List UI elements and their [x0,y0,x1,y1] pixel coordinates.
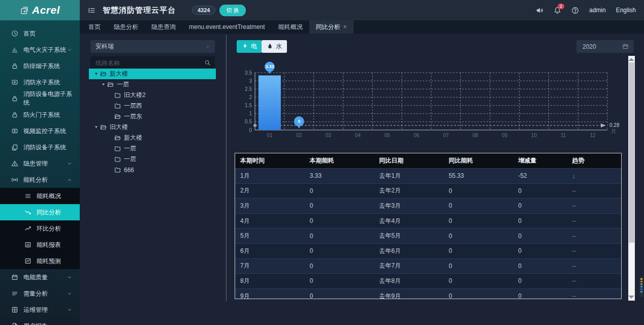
sidebar-subitem-0[interactable]: 能耗概况 [0,188,80,204]
sidebar-subitem-2[interactable]: 环比分析 [0,220,80,237]
sidebar-item-label: 运维管理 [23,306,48,314]
sidebar-submenu: 能耗概况同比分析环比分析能耗报表能耗预测 [0,188,80,269]
sidebar-item-0[interactable]: 首页 [0,25,80,42]
x-tick-label: 06 [414,133,420,138]
tab-1[interactable]: 隐患分析 [107,20,145,34]
sidebar-item-9[interactable]: 能耗分析 [0,172,80,188]
sidebar-item-label: 首页 [23,29,36,38]
column-header-3: 同比能耗 [443,156,513,165]
tab-5[interactable]: 同比分析× [309,20,353,34]
search-input[interactable] [90,59,204,67]
tree-node-3[interactable]: 一层西 [89,101,216,111]
tree-node-label: 一层 [124,155,136,164]
year-picker[interactable]: 2020 [576,40,634,53]
sidebar-item-4[interactable]: 消防设备电源子系统 [0,90,80,107]
sidebar-item-11[interactable]: 需量分析 [0,285,80,302]
sidebar-item-12[interactable]: 运维管理 [0,302,80,318]
scrollbar[interactable] [628,56,635,301]
sidebar-item-label: 防火门子系统 [23,111,60,119]
tree-node-1[interactable]: 一层 [89,79,216,90]
balloon-value: 3.33 [266,64,274,69]
folder-icon [114,103,121,109]
search-icon[interactable] [204,59,215,66]
tab-label: menu.event.eventTreatment [189,23,265,30]
tree-node-6[interactable]: 新大楼 [89,133,216,143]
tab-0[interactable]: 首页 [82,20,107,34]
caret-down-icon[interactable] [93,124,99,130]
tab-label: 隐患查询 [151,23,176,31]
marker-dot [640,283,642,285]
sidebar-item-1[interactable]: 电气火灾子系统 [0,42,80,58]
speaker-icon[interactable] [536,7,543,14]
table-cell: 0 [513,217,567,224]
water-toggle-button[interactable]: 水 [262,40,287,53]
tree-node-2[interactable]: 旧大楼2 [89,90,216,101]
caret-down-icon[interactable] [100,82,106,87]
tree-node-label: 旧大楼 [110,123,128,132]
trend-down-icon [24,209,31,216]
close-icon[interactable]: × [343,23,347,30]
scrollbar-thumb[interactable] [629,62,634,243]
tree-node-9[interactable]: 666 [89,165,216,175]
tree-node-4[interactable]: 一层东 [89,111,216,122]
table-cell: 0 [305,292,374,299]
trend-cell: -- [567,217,621,224]
sidebar-item-label: 能耗分析 [23,176,48,184]
trend-cell: -- [567,202,621,209]
table-cell: 去年3月 [374,202,444,210]
sidebar-item-13[interactable]: 用户报告 [0,318,80,325]
sidebar-subitem-label: 能耗预测 [37,257,61,266]
table-cell: 1月 [235,172,305,180]
warning-icon [11,160,18,167]
table-cell: 0 [513,247,567,254]
station-select[interactable]: 安科瑞 [90,40,215,53]
language-switcher[interactable]: English [616,7,636,14]
username[interactable]: admin [589,7,606,14]
table-cell: 去年9月 [374,292,444,299]
list-icon [24,192,31,200]
trend-cell: -- [567,263,621,270]
help-icon[interactable] [571,7,579,14]
sidebar-item-8[interactable]: 隐患管理 [0,155,80,172]
sidebar-item-7[interactable]: 消防设备子系统 [0,139,80,155]
scrollbar-down-arrow[interactable] [628,296,634,299]
tab-3[interactable]: menu.event.eventTreatment [182,20,272,34]
chevron-down-icon [67,160,73,167]
folder-icon [114,156,121,162]
switch-button[interactable]: 切 换 [219,5,245,16]
scrollbar-up-arrow[interactable] [628,58,634,61]
tree-node-8[interactable]: 一层 [89,154,216,165]
notifications-button[interactable]: 2 [554,7,561,14]
table-cell: 去年4月 [374,217,444,225]
tree-node-7[interactable]: 一层 [89,143,216,154]
marker-dot [640,278,642,280]
column-header-4: 增减量 [513,156,567,165]
column-header-1: 本期能耗 [305,156,374,165]
sidebar-subitem-label: 同比分析 [37,208,61,217]
sidebar-subitem-4[interactable]: 能耗预测 [0,253,80,269]
sidebar-subitem-1[interactable]: 同比分析 [0,204,80,220]
table-cell: 4月 [235,217,305,225]
trend-down-arrow-icon: ↓ [572,172,576,180]
caret-down-icon[interactable] [93,71,99,77]
sidebar-item-2[interactable]: 防排烟子系统 [0,58,80,74]
menu-fold-icon[interactable] [88,7,95,14]
folder-open-icon [100,124,107,131]
table-row-5: 6月0去年6月00-- [235,243,621,258]
lock-icon [11,111,18,118]
table-cell: 0 [443,217,513,224]
sidebar-menu: 首页电气火灾子系统防排烟子系统消防水子系统消防设备电源子系统防火门子系统视频监控… [0,20,80,325]
device-tree: 新大楼一层旧大楼2一层西一层东旧大楼新大楼一层一层666 [89,69,216,175]
x-tick-label: 09 [502,133,508,138]
tab-4[interactable]: 能耗概况 [272,20,309,34]
electric-toggle-button[interactable]: 电 [237,40,262,53]
panel-divider [226,35,227,301]
tree-node-5[interactable]: 旧大楼 [89,122,216,133]
tab-2[interactable]: 隐患查询 [145,20,182,34]
sidebar-item-5[interactable]: 防火门子系统 [0,107,80,123]
tree-node-0[interactable]: 新大楼 [89,69,216,79]
sidebar-subitem-3[interactable]: 能耗报表 [0,237,80,253]
sidebar-item-3[interactable]: 消防水子系统 [0,74,80,90]
sidebar-item-10[interactable]: 电能质量 [0,269,80,285]
sidebar-item-6[interactable]: 视频监控子系统 [0,123,80,139]
